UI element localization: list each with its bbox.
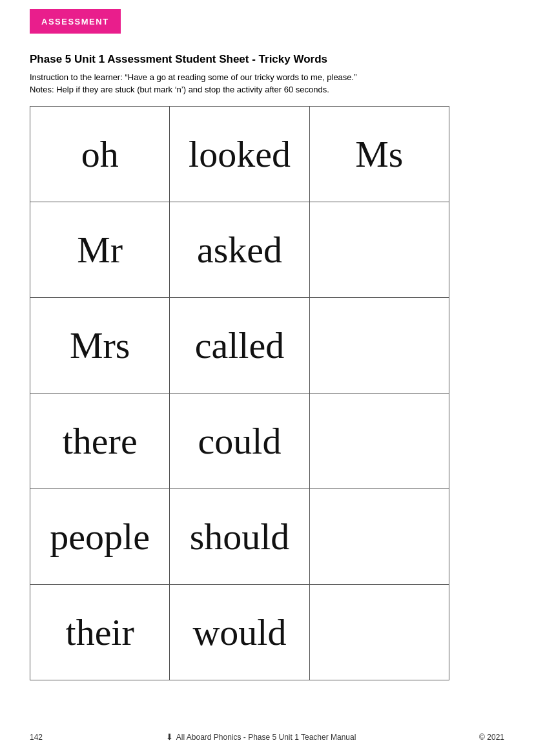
word-cell xyxy=(309,585,449,680)
footer-manual-text: All Aboard Phonics - Phase 5 Unit 1 Teac… xyxy=(176,733,356,742)
page-number: 142 xyxy=(30,733,43,742)
word-cell xyxy=(309,202,449,298)
word-cell: called xyxy=(170,298,309,394)
word-cell xyxy=(309,489,449,585)
word-cell: should xyxy=(170,489,309,585)
assessment-label: ASSESSMENT xyxy=(41,17,109,26)
download-icon: ⬇ xyxy=(166,732,173,742)
word-cell: looked xyxy=(170,107,309,202)
notes-text: Notes: Help if they are stuck (but mark … xyxy=(30,85,504,94)
word-cell xyxy=(309,298,449,394)
footer-center: ⬇ All Aboard Phonics - Phase 5 Unit 1 Te… xyxy=(166,732,356,742)
word-cell: asked xyxy=(170,202,309,298)
word-cell: Mr xyxy=(30,202,170,298)
word-cell: their xyxy=(30,585,170,680)
main-content: Phase 5 Unit 1 Assessment Student Sheet … xyxy=(0,53,534,680)
page-title: Phase 5 Unit 1 Assessment Student Sheet … xyxy=(30,53,504,66)
word-cell: Mrs xyxy=(30,298,170,394)
page-footer: 142 ⬇ All Aboard Phonics - Phase 5 Unit … xyxy=(0,732,534,742)
word-grid-table: ohlookedMsMraskedMrscalledtherecouldpeop… xyxy=(30,106,449,680)
word-cell: would xyxy=(170,585,309,680)
word-cell xyxy=(309,394,449,489)
assessment-banner: ASSESSMENT xyxy=(30,9,121,34)
copyright-text: © 2021 xyxy=(479,733,504,742)
word-cell: could xyxy=(170,394,309,489)
instruction-text: Instruction to the learner: “Have a go a… xyxy=(30,72,504,82)
word-cell: people xyxy=(30,489,170,585)
word-cell: Ms xyxy=(309,107,449,202)
word-cell: oh xyxy=(30,107,170,202)
word-cell: there xyxy=(30,394,170,489)
